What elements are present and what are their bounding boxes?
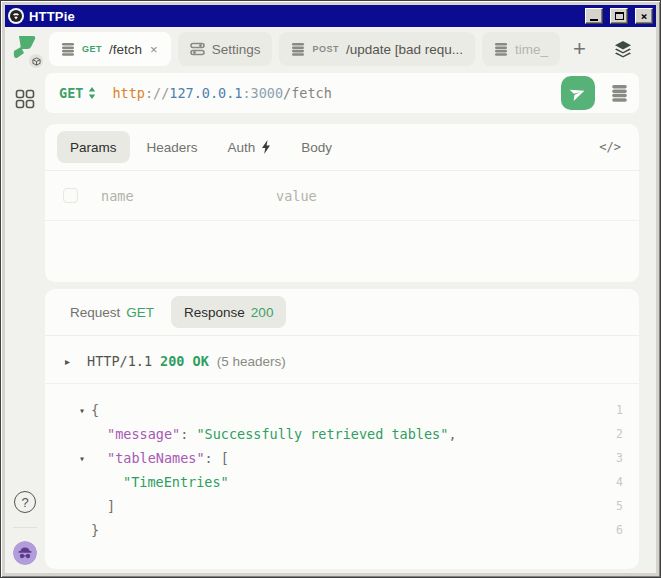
- httpie-logo: [11, 35, 39, 65]
- line-number: 1: [603, 403, 629, 417]
- tab-body[interactable]: Body: [288, 131, 345, 163]
- tab-request[interactable]: Request GET: [57, 296, 167, 328]
- minimize-button[interactable]: [585, 8, 603, 24]
- tab-label: Settings: [212, 42, 261, 57]
- code-view-icon[interactable]: </>: [599, 140, 627, 154]
- minimize-icon: [590, 19, 598, 21]
- code-line: "message": "Successfully retrieved table…: [45, 422, 629, 446]
- code-text: "tableNames": [: [91, 450, 603, 466]
- lightning-bolt-icon: [261, 140, 271, 154]
- response-panel: Request GET Response 200 ▸ HTTP/1.1 200 …: [45, 289, 639, 569]
- tab-close-icon[interactable]: ×: [149, 42, 159, 57]
- url-separator: ://: [145, 85, 169, 101]
- request-options-tabs: Params Headers Auth Body </>: [45, 124, 639, 170]
- param-value-input[interactable]: [276, 188, 639, 204]
- url-host: 127.0.0.1: [169, 85, 242, 101]
- status-line: ▸ HTTP/1.1 200 OK (5 headers): [45, 336, 639, 383]
- request-bar: GET http://127.0.0.1:3000/fetch: [45, 73, 639, 113]
- request-response-tabs: Request GET Response 200: [45, 289, 639, 335]
- url-port: :3000: [242, 85, 283, 101]
- help-label: ?: [21, 495, 28, 510]
- apps-grid-icon[interactable]: [15, 89, 35, 109]
- tab-time[interactable]: time_: [482, 32, 560, 66]
- app-body: ? G: [5, 27, 656, 573]
- request-card: GET http://127.0.0.1:3000/fetch: [45, 73, 639, 113]
- settings-sliders-icon: [190, 42, 205, 56]
- code-line: "TimeEntries"4: [45, 470, 629, 494]
- param-name-input[interactable]: [101, 188, 276, 204]
- response-tab-status: 200: [251, 305, 274, 320]
- sort-arrows-icon: [88, 87, 96, 99]
- code-line: ]5: [45, 494, 629, 518]
- tab-response[interactable]: Response 200: [171, 296, 286, 328]
- collections-database-icon[interactable]: [611, 84, 628, 103]
- line-number: 3: [603, 451, 629, 465]
- code-text: }: [91, 522, 603, 538]
- user-avatar[interactable]: [13, 541, 37, 565]
- tab-bar: GET /fetch × Settings: [45, 27, 639, 71]
- tab-post-update[interactable]: POST /update [bad requ...: [279, 32, 475, 66]
- code-line: }6: [45, 518, 629, 542]
- send-button[interactable]: [561, 76, 595, 110]
- paper-plane-icon: [569, 84, 587, 102]
- tab-label: time_: [515, 42, 548, 57]
- code-text: "message": "Successfully retrieved table…: [91, 426, 603, 442]
- layers-icon[interactable]: [613, 39, 633, 59]
- tab-method-badge: GET: [82, 44, 102, 54]
- tab-get-fetch[interactable]: GET /fetch ×: [49, 32, 171, 66]
- method-label: GET: [59, 85, 83, 101]
- request-tab-label: Request: [70, 305, 120, 320]
- httpie-window-icon: [8, 8, 24, 24]
- new-tab-button[interactable]: +: [567, 38, 592, 60]
- url-input[interactable]: http://127.0.0.1:3000/fetch: [112, 85, 553, 101]
- tab-label: /fetch: [109, 42, 142, 57]
- line-number: 5: [603, 499, 629, 513]
- headers-expand-caret-icon[interactable]: ▸: [65, 356, 77, 367]
- window-title: HTTPie: [29, 9, 578, 24]
- code-text: {: [91, 402, 603, 418]
- method-dropdown[interactable]: GET: [59, 85, 96, 101]
- tab-method-badge: POST: [312, 44, 339, 54]
- database-icon: [61, 42, 75, 57]
- close-icon: ×: [641, 11, 648, 22]
- tab-params-label: Params: [70, 140, 117, 155]
- code-line: ▾{1: [45, 398, 629, 422]
- cube-icon: [32, 57, 41, 66]
- param-checkbox[interactable]: [63, 188, 78, 203]
- sidebar-divider: [13, 527, 37, 528]
- tab-headers-label: Headers: [147, 140, 198, 155]
- maximize-icon: [615, 12, 624, 20]
- code-line: ▾"tableNames": [3: [45, 446, 629, 470]
- tab-settings[interactable]: Settings: [178, 32, 273, 66]
- package-badge: [29, 54, 43, 68]
- line-number: 2: [603, 427, 629, 441]
- param-row: [45, 171, 639, 221]
- url-scheme: http: [112, 85, 145, 101]
- tab-headers[interactable]: Headers: [134, 131, 211, 163]
- headers-count: (5 headers): [217, 354, 286, 369]
- maximize-button[interactable]: [610, 8, 628, 24]
- code-text: ]: [91, 498, 603, 514]
- code-text: "TimeEntries": [91, 474, 603, 490]
- help-button[interactable]: ?: [14, 491, 36, 513]
- tab-auth[interactable]: Auth: [215, 131, 285, 163]
- url-path: /fetch: [283, 85, 332, 101]
- tab-params[interactable]: Params: [57, 131, 130, 163]
- response-tab-label: Response: [184, 305, 245, 320]
- response-body: ▾{1"message": "Successfully retrieved ta…: [45, 384, 639, 569]
- protocol-label: HTTP/1.1: [87, 353, 152, 369]
- fold-caret-icon[interactable]: ▾: [79, 453, 91, 464]
- httpie-icon-glyph: [10, 10, 22, 22]
- request-options-panel: Params Headers Auth Body </>: [45, 124, 639, 282]
- left-sidebar: ?: [5, 27, 45, 573]
- fold-caret-icon[interactable]: ▾: [79, 405, 91, 416]
- status-code: 200 OK: [160, 353, 209, 369]
- tab-auth-label: Auth: [228, 140, 256, 155]
- database-icon: [291, 42, 305, 57]
- database-icon: [494, 42, 508, 57]
- window-titlebar[interactable]: HTTPie ×: [5, 5, 656, 27]
- request-tab-method: GET: [126, 305, 154, 320]
- line-number: 6: [603, 523, 629, 537]
- close-button[interactable]: ×: [635, 8, 653, 24]
- app-window: HTTPie ×: [0, 0, 661, 578]
